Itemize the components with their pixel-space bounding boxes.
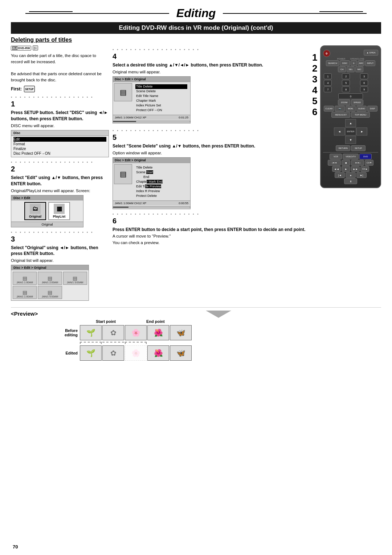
disc-menu-finalize: Finalize <box>13 146 106 151</box>
display-btn[interactable]: DISP <box>367 106 377 112</box>
step4-progress-fill <box>113 121 136 122</box>
first-label: First: SETUP <box>11 86 109 92</box>
skip-prev-btn[interactable]: |◄◄ <box>328 160 341 166</box>
intro-text-1: You can delete part of a title, the disc… <box>11 53 109 65</box>
dvd-badge: VR DVD-RW ▷ <box>11 45 109 50</box>
step3-dots: • • • • • • • • • • • • • • • • • • • <box>11 230 109 234</box>
num1-btn[interactable]: 1 <box>324 73 332 79</box>
vcr-btn[interactable]: VCR <box>330 154 342 159</box>
pause-btn[interactable]: ⏸ <box>344 178 357 184</box>
protect-delete-row: Protect Delete <box>135 194 187 198</box>
num9-btn[interactable]: 9 <box>360 86 368 92</box>
play-btn[interactable]: ► <box>342 166 350 172</box>
disc-edit-header: Disc > Edit <box>11 195 83 200</box>
chapter-mark-end-highlight: r Mark End <box>147 180 163 183</box>
scan-next-btn[interactable]: ►| <box>356 172 367 178</box>
power-label: POWER OPEN/CLOSE <box>323 58 378 60</box>
ch-down-btn[interactable]: CH▼ <box>365 160 373 166</box>
num7-btn[interactable]: 7 <box>324 86 332 92</box>
delete-indicator-row <box>80 342 381 344</box>
return-btn[interactable]: RETURN <box>336 145 350 151</box>
step5-screen-body: ▤ Title Delete Scene Start End Chapter M… <box>113 163 190 200</box>
zoom-btn[interactable]: ZOOM <box>338 100 350 105</box>
center-col: • • • • • • • • • • • • • • • • • • • • … <box>113 45 309 304</box>
stop-btn[interactable]: ■ <box>342 160 350 166</box>
clear-row: CLEAR 📷 MON. AUDIO DISP <box>323 106 378 112</box>
dpad-up-btn[interactable]: ▲ <box>345 119 356 127</box>
step5-note: Option window will appear. <box>113 151 309 155</box>
num4-btn[interactable]: 4 <box>324 80 332 86</box>
dvd-btn[interactable]: DVD <box>359 154 372 159</box>
camera-btn[interactable]: 📷 <box>335 106 345 112</box>
setup-icon: SETUP <box>24 86 35 92</box>
edited-frame-3: 🌺 <box>147 345 169 361</box>
sel-btn[interactable]: SEL <box>347 66 355 72</box>
menu-list-btn[interactable]: MENU/LIST <box>331 112 350 118</box>
search-btn[interactable]: SEARCH <box>326 60 339 66</box>
chapter-mark-end-row: Chapter Mark End <box>135 179 187 184</box>
dpad-right-btn[interactable]: ► <box>356 127 367 135</box>
step2-num: 2 <box>11 165 109 173</box>
num2-btn[interactable]: 2 <box>342 73 350 79</box>
edited-frame-deleted: 🌸 <box>125 345 147 361</box>
step2-instruction: Select "Edit" using ▲/▼ buttons, then pr… <box>11 175 109 187</box>
mic-btn[interactable]: MIC <box>355 66 363 72</box>
dpad-down-btn[interactable]: ▼ <box>345 136 356 144</box>
num5-btn[interactable]: 5 <box>342 80 350 86</box>
subtitle-banner: Editing DVD-RW discs in VR mode (Origina… <box>11 22 381 34</box>
rec-btn[interactable]: ● <box>346 172 356 178</box>
num3-btn[interactable]: 3 <box>360 73 368 79</box>
top-menu-btn[interactable]: TOP-MENU <box>351 112 370 118</box>
ch-btn[interactable]: CH <box>338 66 346 72</box>
preview-label-col: <Preview> <box>11 311 51 317</box>
scene-delete-item: Scene Delete <box>135 89 187 94</box>
num8-btn[interactable]: 8 <box>342 86 350 92</box>
step1-note: DISC menu will appear. <box>11 123 109 128</box>
video-tv-btn[interactable]: VIDEO/TV <box>343 154 359 159</box>
rew-btn[interactable]: ◄◄ <box>332 166 341 172</box>
setup-btn[interactable]: SETUP <box>351 145 366 151</box>
disc-btn[interactable]: DISC <box>340 60 350 66</box>
dpad: ▲ ◄ ENTER ► ▼ <box>334 119 367 144</box>
disc-menu-title: Disc <box>11 130 109 136</box>
right-col: 1 2 3 4 5 6 ⏻ ▲ OPEN POWER OPEN/CLO <box>312 45 381 304</box>
before-editing-label: Beforeediting <box>56 328 78 337</box>
disc-edit-screen: Disc > Edit 🗂 Original ▦ PlayList Origin… <box>11 195 83 227</box>
section-title: Deleting parts of titles <box>11 37 381 43</box>
skip-next-btn[interactable]: ►►| <box>351 160 364 166</box>
search-disc-row: SEARCH DISC I/- ARC INPUT <box>323 60 378 66</box>
i-btn[interactable]: I/- <box>351 60 357 66</box>
transport-row-3: |◄ ● ►| <box>323 172 378 178</box>
edited-row: Edited 🌱 ✿ 🌸 🌺 🦋 <box>56 345 381 361</box>
num6-btn[interactable]: 6 <box>360 80 368 86</box>
step4-dots: • • • • • • • • • • • • • • • • • • • • <box>113 48 309 52</box>
step4-screen-title: Disc > Edit > Original <box>113 77 190 82</box>
side-num-6: 6 <box>312 107 317 117</box>
clear-btn[interactable]: CLEAR <box>324 106 334 112</box>
intro-text-2: Be advised that the parts once deleted c… <box>11 71 109 83</box>
monitor-btn[interactable]: MON. <box>346 106 356 112</box>
enter-btn[interactable]: ENTER <box>345 127 356 135</box>
arc-btn[interactable]: ARC <box>358 60 364 66</box>
num0-btn[interactable]: 0 <box>338 93 363 99</box>
dpad-left-btn[interactable]: ◄ <box>334 127 345 135</box>
audio-btn[interactable]: AUDIO <box>356 106 367 112</box>
scan-prev-btn[interactable]: |◄ <box>335 172 345 178</box>
input-btn[interactable]: INPUT <box>365 60 375 66</box>
step4-time: 0:01:25 <box>179 116 188 119</box>
scene-start-highlight: Start <box>146 170 153 174</box>
power-btn[interactable]: ⏻ <box>323 50 330 57</box>
step5-screen-title: Disc > Edit > Original <box>113 158 190 163</box>
open-close-btn[interactable]: ▲ OPEN <box>364 50 378 56</box>
edited-frame-1: 🌱 <box>80 345 102 361</box>
step6-instruction: Press ENTER button to decide a start poi… <box>113 227 309 233</box>
dpad-empty-tr <box>356 119 367 127</box>
speed-btn[interactable]: SPEED <box>351 100 363 105</box>
ff-btn[interactable]: ►► <box>351 166 360 172</box>
step4-note: Original menu will appear. <box>113 70 309 74</box>
step2-dots: • • • • • • • • • • • • • • • • • • • <box>11 160 109 164</box>
original-icon: 🗂 <box>30 204 41 214</box>
ch-up-btn[interactable]: CH▲ <box>360 166 369 172</box>
step5-thumb: ▤ <box>114 164 132 184</box>
step4-menu-items: Title Delete Scene Delete Edit Title Nam… <box>134 83 189 114</box>
